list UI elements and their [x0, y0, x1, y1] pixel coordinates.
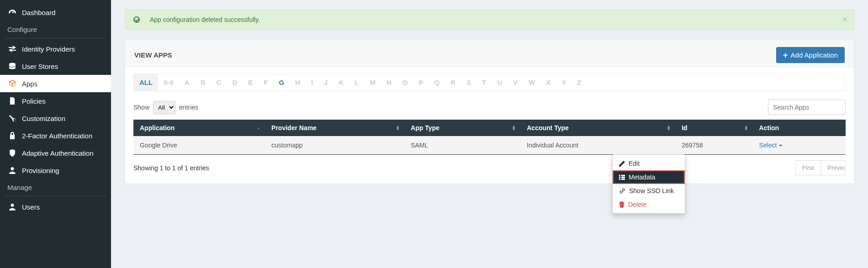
wrench-icon [7, 114, 17, 122]
trash-icon [619, 201, 625, 208]
sidebar-item-label: Users [22, 203, 40, 211]
alpha-filter-ALL[interactable]: ALL [134, 74, 158, 91]
edit-icon [619, 161, 625, 167]
sidebar-item-apps[interactable]: Apps [0, 75, 111, 92]
alpha-filter-C[interactable]: C [211, 74, 227, 91]
alpha-filter-R[interactable]: R [445, 74, 461, 91]
sidebar-item-label: Provisioning [22, 167, 59, 174]
dropdown-edit[interactable]: Edit [613, 157, 685, 170]
alpha-filter-Y[interactable]: Y [556, 74, 572, 91]
alert-close-button[interactable]: × [842, 14, 847, 25]
sort-icon: ▲▼ [667, 125, 671, 131]
alpha-filter: ALL0-9ABCDEFGHIJKLMNOPQRSTUVWXYZ [133, 74, 846, 91]
alpha-filter-X[interactable]: X [540, 74, 556, 91]
panel-header: VIEW APPS + Add Application [125, 40, 854, 67]
list-icon [619, 175, 625, 180]
caret-down-icon [779, 145, 783, 147]
alpha-filter-Z[interactable]: Z [572, 74, 587, 91]
entries-control: Show All entries [133, 101, 198, 114]
search-apps-input[interactable] [768, 100, 846, 115]
alpha-filter-F[interactable]: F [258, 74, 273, 91]
sidebar-item-identity-providers[interactable]: Identity Providers [0, 40, 111, 58]
alpha-filter-K[interactable]: K [333, 74, 349, 91]
alert-text: App configuration deleted successfully. [150, 16, 260, 23]
database-icon [7, 62, 17, 70]
sidebar-item-label: Identity Providers [22, 45, 75, 53]
apps-panel: VIEW APPS + Add Application ALL0-9ABCDEF… [125, 39, 854, 184]
svg-point-0 [9, 63, 16, 65]
alpha-filter-J[interactable]: J [318, 74, 333, 91]
action-select-toggle[interactable]: Select [759, 142, 783, 149]
sidebar-item-label: User Stores [22, 63, 58, 70]
col-apptype[interactable]: App Type ▲▼ [404, 120, 520, 136]
add-button-label: Add Application [791, 51, 838, 59]
main-content: App configuration deleted successfully. … [111, 0, 868, 268]
alpha-filter-I[interactable]: I [306, 74, 318, 91]
alpha-filter-W[interactable]: W [523, 74, 540, 91]
alpha-filter-L[interactable]: L [349, 74, 364, 91]
sidebar: Dashboard Configure Identity Providers U… [0, 0, 111, 268]
cell-apptype: SAML [404, 136, 520, 155]
add-application-button[interactable]: + Add Application [776, 47, 845, 63]
entries-info: Showing 1 to 1 of 1 entries [133, 164, 209, 172]
sidebar-item-provisioning[interactable]: Provisioning [0, 162, 111, 179]
sidebar-item-label: 2-Factor Authentication [22, 132, 92, 140]
cell-id: 269758 [675, 136, 752, 155]
sidebar-item-label: Apps [22, 80, 37, 88]
dashboard-icon [7, 8, 17, 16]
sidebar-item-customization[interactable]: Customization [0, 110, 111, 127]
lock-icon [7, 131, 17, 140]
sidebar-item-adaptive-auth[interactable]: Adaptive Authentication [0, 144, 111, 162]
alpha-filter-P[interactable]: P [413, 74, 429, 91]
swap-icon [7, 45, 17, 53]
pager-previous[interactable]: Previo [821, 160, 846, 175]
alpha-filter-0-9[interactable]: 0-9 [158, 74, 179, 91]
sidebar-heading-configure: Configure [0, 21, 111, 36]
alpha-filter-V[interactable]: V [508, 74, 523, 91]
sidebar-item-2fa[interactable]: 2-Factor Authentication [0, 127, 111, 144]
alpha-filter-E[interactable]: E [243, 74, 258, 91]
sort-icon: ▲▼ [396, 125, 400, 131]
alpha-filter-M[interactable]: M [364, 74, 381, 91]
dropdown-show-sso[interactable]: Show SSO Link [613, 184, 685, 198]
col-id[interactable]: Id ▲▼ [675, 120, 752, 136]
sidebar-item-label: Dashboard [22, 9, 55, 16]
cell-application: Google Drive [133, 136, 265, 155]
sort-icon: ▲▼ [744, 125, 748, 131]
dropdown-metadata[interactable]: Metadata [613, 170, 685, 184]
alpha-filter-B[interactable]: B [195, 74, 211, 91]
alpha-filter-D[interactable]: D [227, 74, 243, 91]
sidebar-item-label: Adaptive Authentication [22, 149, 94, 157]
dropdown-delete[interactable]: Delete [613, 198, 685, 211]
sidebar-item-users[interactable]: Users [0, 198, 111, 215]
alpha-filter-Q[interactable]: Q [429, 74, 445, 91]
sidebar-item-policies[interactable]: Policies [0, 92, 111, 110]
pager-first[interactable]: First [795, 160, 821, 175]
alpha-filter-H[interactable]: H [290, 74, 306, 91]
alpha-filter-O[interactable]: O [397, 74, 413, 91]
alpha-filter-A[interactable]: A [179, 74, 195, 91]
alpha-filter-U[interactable]: U [492, 74, 508, 91]
pagination: First Previo [795, 160, 846, 175]
sidebar-item-dashboard[interactable]: Dashboard [0, 4, 111, 21]
cell-action: Select [753, 136, 846, 155]
document-icon [7, 97, 17, 105]
col-provider[interactable]: Provider Name ▲▼ [265, 120, 404, 136]
table-row: Google Drive customapp SAML Individual A… [133, 136, 846, 155]
alpha-filter-N[interactable]: N [381, 74, 397, 91]
alpha-filter-G[interactable]: G [273, 74, 290, 91]
link-icon [619, 188, 625, 194]
alpha-filter-T[interactable]: T [476, 74, 492, 91]
check-circle-icon [133, 16, 140, 23]
panel-title: VIEW APPS [134, 51, 172, 59]
col-account[interactable]: Account Type ▲▼ [520, 120, 675, 136]
sort-icon: ▲ [256, 126, 260, 129]
sort-icon: ▲▼ [512, 125, 516, 131]
entries-select[interactable]: All [153, 101, 175, 114]
alpha-filter-S[interactable]: S [461, 74, 476, 91]
sidebar-heading-manage: Manage [0, 179, 111, 194]
sidebar-item-user-stores[interactable]: User Stores [0, 58, 111, 75]
sidebar-item-label: Policies [22, 97, 46, 105]
user-icon [7, 166, 17, 174]
col-application[interactable]: Application ▲ [133, 120, 265, 136]
